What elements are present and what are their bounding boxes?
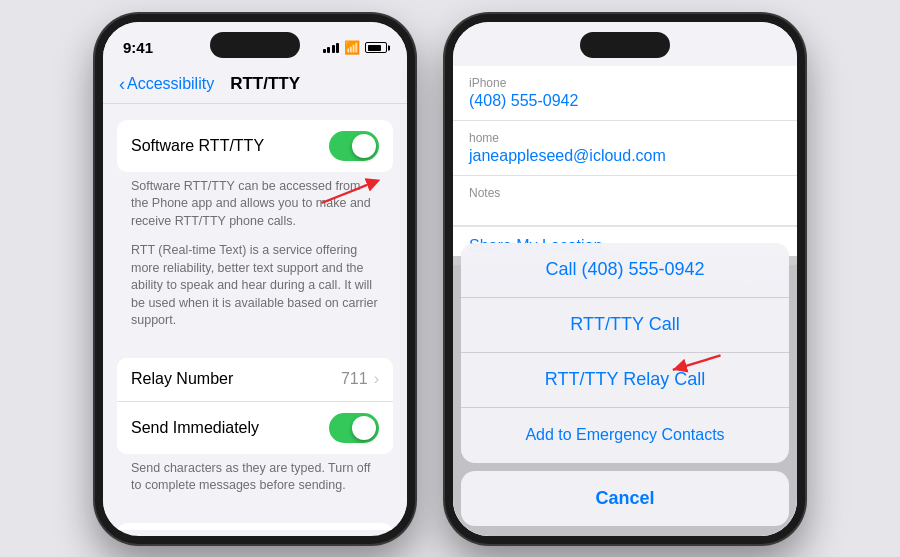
right-dynamic-island	[580, 32, 670, 58]
send-immediately-row: Send Immediately	[117, 402, 393, 454]
home-field: home janeappleseed@icloud.com	[453, 121, 797, 176]
notes-label: Notes	[469, 186, 781, 200]
software-rtt-label: Software RTT/TTY	[131, 137, 264, 155]
chevron-right-icon: ›	[374, 370, 379, 388]
action-sheet-card: Call (408) 555-0942 RTT/TTY Call RTT/TTY…	[461, 243, 789, 463]
relay-number-label: Relay Number	[131, 370, 233, 388]
software-rtt-card: Software RTT/TTY	[117, 120, 393, 172]
relay-section: Relay Number 711 › Send Immediately Send…	[103, 358, 407, 507]
relay-card: Relay Number 711 › Send Immediately	[117, 358, 393, 454]
page-title: RTT/TTY	[230, 74, 300, 94]
right-phone: iPhone (408) 555-0942 home janeappleseed…	[445, 14, 805, 544]
rtt-tty-call-button[interactable]: RTT/TTY Call	[461, 298, 789, 353]
signal-icon	[323, 43, 340, 53]
software-rtt-row: Software RTT/TTY	[117, 120, 393, 172]
notes-field: Notes	[453, 176, 797, 226]
cancel-button[interactable]: Cancel	[461, 471, 789, 526]
dynamic-island	[210, 32, 300, 58]
contact-fields: iPhone (408) 555-0942 home janeappleseed…	[453, 66, 797, 226]
nav-bar: ‹ Accessibility RTT/TTY	[103, 66, 407, 104]
battery-icon	[365, 42, 387, 53]
wifi-icon: 📶	[344, 40, 360, 55]
relay-number-row[interactable]: Relay Number 711 ›	[117, 358, 393, 402]
rtt-tty-relay-button[interactable]: RTT/TTY Relay Call	[461, 353, 789, 408]
software-rtt-toggle[interactable]	[329, 131, 379, 161]
action-sheet-container: Call (408) 555-0942 RTT/TTY Call RTT/TTY…	[453, 243, 797, 526]
call-action-button[interactable]: Call (408) 555-0942	[461, 243, 789, 298]
back-button[interactable]: ‹ Accessibility	[119, 74, 214, 95]
send-immediately-label: Send Immediately	[131, 419, 259, 437]
software-rtt-desc2: RTT (Real-time Text) is a service offeri…	[117, 242, 393, 342]
left-phone: 9:41 📶 ‹ Accessibility RTT/TTY	[95, 14, 415, 544]
contact-screen: iPhone (408) 555-0942 home janeappleseed…	[453, 22, 797, 536]
send-immediately-desc: Send characters as they are typed. Turn …	[117, 454, 393, 507]
software-rtt-desc1: Software RTT/TTY can be accessed from th…	[117, 172, 393, 243]
add-emergency-button[interactable]: Add to Emergency Contacts	[461, 408, 789, 463]
status-icons: 📶	[323, 40, 388, 55]
back-label: Accessibility	[127, 75, 214, 93]
home-field-label: home	[469, 131, 781, 145]
iphone-field-value[interactable]: (408) 555-0942	[469, 92, 781, 110]
action-sheet: Call (408) 555-0942 RTT/TTY Call RTT/TTY…	[453, 243, 797, 536]
screen-content: Software RTT/TTY Software RTT/TTY can be…	[103, 104, 407, 530]
iphone-field: iPhone (408) 555-0942	[453, 66, 797, 121]
iphone-field-label: iPhone	[469, 76, 781, 90]
home-field-value[interactable]: janeappleseed@icloud.com	[469, 147, 781, 165]
muted-section: Answer RTT Calls as Muted Microphone wil…	[103, 523, 407, 530]
send-immediately-toggle[interactable]	[329, 413, 379, 443]
software-rtt-section: Software RTT/TTY Software RTT/TTY can be…	[103, 120, 407, 342]
relay-number-value: 711 ›	[341, 370, 379, 388]
cancel-card: Cancel	[461, 471, 789, 526]
muted-row: Answer RTT Calls as Muted	[117, 523, 393, 530]
status-time: 9:41	[123, 39, 153, 56]
chevron-left-icon: ‹	[119, 74, 125, 95]
muted-card: Answer RTT Calls as Muted	[117, 523, 393, 530]
